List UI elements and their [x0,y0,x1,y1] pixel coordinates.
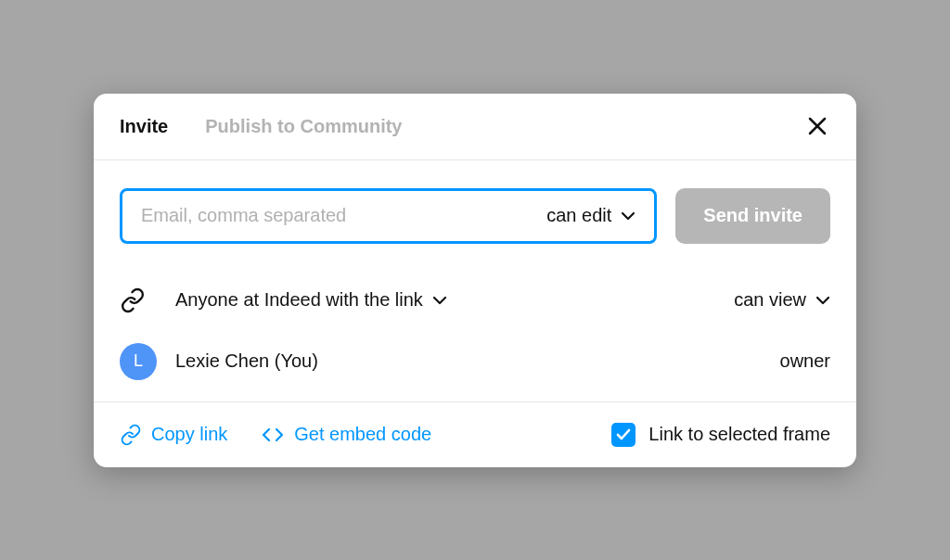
user-name: Lexie Chen (You) [175,350,318,372]
chevron-down-icon [621,211,635,221]
user-row: L Lexie Chen (You) owner [120,331,830,392]
avatar: L [120,343,157,380]
link-icon [120,424,142,446]
tabs-row: Invite Publish to Community [94,94,856,160]
tab-publish[interactable]: Publish to Community [205,116,402,137]
embed-code-label: Get embed code [294,424,431,445]
close-icon [807,116,828,136]
code-icon [261,426,285,444]
link-frame-label: Link to selected frame [648,424,830,445]
link-frame-option: Link to selected frame [611,423,830,447]
modal-footer: Copy link Get embed code Link to selecte… [94,401,856,467]
invite-permission-label: can edit [546,205,611,226]
link-permission-label: can view [734,289,806,311]
embed-code-button[interactable]: Get embed code [261,424,431,445]
link-icon-wrapper [120,287,157,313]
copy-link-label: Copy link [151,424,227,445]
copy-link-button[interactable]: Copy link [120,424,227,446]
user-role-label: owner [780,350,830,372]
link-icon [120,287,146,313]
close-button[interactable] [804,113,830,139]
link-sharing-select[interactable]: Anyone at Indeed with the link [175,289,447,311]
email-field-wrapper[interactable]: can edit [120,188,657,244]
invite-row: can edit Send invite [120,188,830,244]
link-sharing-description: Anyone at Indeed with the link [175,289,423,311]
user-role: owner [780,350,830,372]
invite-permission-select[interactable]: can edit [546,205,635,226]
modal-body: can edit Send invite Anyone at Indeed wi… [94,160,856,401]
email-input[interactable] [141,205,546,226]
user-name-label: Lexie Chen (You) [175,350,318,372]
invite-modal: Invite Publish to Community can edit Sen… [94,94,856,467]
avatar-initial: L [134,351,143,371]
link-frame-checkbox[interactable] [611,423,635,447]
chevron-down-icon [432,296,447,305]
send-invite-button[interactable]: Send invite [675,188,830,244]
link-permission-select[interactable]: can view [734,289,830,311]
chevron-down-icon [815,296,830,305]
link-sharing-row: Anyone at Indeed with the link can view [120,270,830,331]
checkmark-icon [616,428,631,441]
tab-invite[interactable]: Invite [120,116,168,137]
